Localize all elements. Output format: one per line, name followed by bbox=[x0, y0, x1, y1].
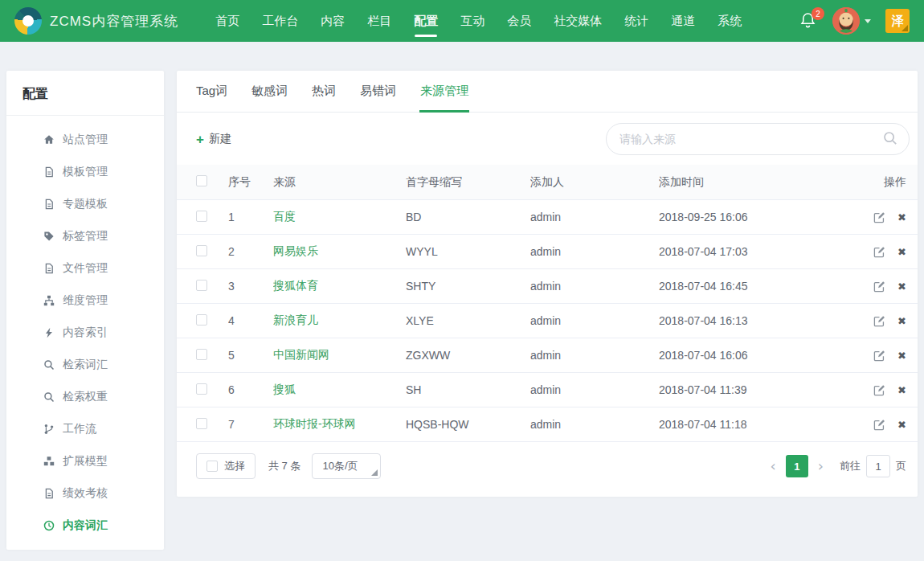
delete-icon[interactable]: ✖ bbox=[897, 419, 906, 431]
avatar bbox=[832, 7, 860, 35]
delete-icon[interactable]: ✖ bbox=[897, 384, 906, 396]
row-checkbox[interactable] bbox=[196, 383, 207, 395]
sidebar-item[interactable]: 内容索引 bbox=[6, 317, 164, 349]
row-added-by: admin bbox=[530, 314, 659, 327]
footer-select-checkbox[interactable] bbox=[206, 461, 218, 472]
row-added-by: admin bbox=[530, 383, 659, 396]
table-row: 2 网易娱乐 WYYL admin 2018-07-04 17:03 ✖ bbox=[177, 235, 918, 269]
sidebar-item[interactable]: 检索词汇 bbox=[6, 349, 164, 381]
search-input[interactable] bbox=[606, 123, 910, 155]
nav-item[interactable]: 内容 bbox=[321, 0, 345, 42]
nav-item[interactable]: 会员 bbox=[507, 0, 531, 42]
branch-icon bbox=[43, 423, 55, 436]
source-link[interactable]: 百度 bbox=[273, 210, 296, 223]
edit-icon[interactable] bbox=[873, 280, 885, 293]
source-link[interactable]: 网易娱乐 bbox=[273, 244, 318, 257]
chevron-down-icon bbox=[865, 19, 871, 23]
source-link[interactable]: 新浪育儿 bbox=[273, 313, 318, 326]
row-added-time: 2018-07-04 16:06 bbox=[659, 349, 839, 362]
row-checkbox[interactable] bbox=[196, 349, 207, 360]
sidebar-item[interactable]: 检索权重 bbox=[6, 381, 164, 413]
sidebar-item[interactable]: 站点管理 bbox=[6, 124, 164, 156]
file-icon bbox=[43, 487, 55, 500]
nav-item[interactable]: 统计 bbox=[624, 0, 648, 42]
tab[interactable]: 热词 bbox=[312, 71, 336, 112]
source-link[interactable]: 搜狐 bbox=[273, 383, 296, 395]
delete-icon[interactable]: ✖ bbox=[897, 246, 906, 258]
nav-item[interactable]: 首页 bbox=[215, 0, 239, 42]
table-row: 4 新浪育儿 XLYE admin 2018-07-04 16:13 ✖ bbox=[177, 304, 918, 338]
sidebar-item[interactable]: 专题模板 bbox=[6, 188, 164, 220]
notification-badge: 2 bbox=[812, 7, 824, 20]
search-icon[interactable] bbox=[882, 130, 898, 146]
edit-icon[interactable] bbox=[873, 350, 885, 362]
row-added-time: 2018-07-04 16:13 bbox=[659, 314, 839, 327]
tab[interactable]: Tag词 bbox=[196, 71, 227, 112]
select-button[interactable]: 选择 bbox=[196, 453, 256, 479]
user-menu[interactable] bbox=[832, 7, 871, 35]
sidebar-item[interactable]: 绩效考核 bbox=[6, 477, 164, 510]
edit-icon[interactable] bbox=[873, 419, 885, 431]
new-button[interactable]: + 新建 bbox=[196, 132, 231, 146]
sidebar-item[interactable]: 文件管理 bbox=[6, 252, 164, 285]
tab[interactable]: 易错词 bbox=[360, 71, 396, 112]
search-box bbox=[606, 123, 910, 155]
delete-icon[interactable]: ✖ bbox=[897, 350, 906, 362]
sidebar-item[interactable]: 工作流 bbox=[6, 413, 164, 445]
row-abbr: WYYL bbox=[406, 245, 530, 258]
bolt-icon bbox=[43, 326, 55, 339]
edit-icon[interactable] bbox=[873, 315, 885, 327]
edit-icon[interactable] bbox=[873, 211, 885, 223]
tab[interactable]: 来源管理 bbox=[420, 71, 468, 112]
nav-item[interactable]: 通道 bbox=[671, 0, 695, 42]
row-checkbox[interactable] bbox=[196, 211, 207, 222]
nav-item[interactable]: 配置 bbox=[414, 0, 438, 42]
sidebar-item[interactable]: 标签管理 bbox=[6, 220, 164, 252]
edit-icon[interactable] bbox=[873, 384, 885, 396]
sidebar-item[interactable]: 内容词汇 bbox=[6, 510, 164, 542]
chevron-left-icon[interactable]: ‹ bbox=[771, 459, 776, 473]
nav-item[interactable]: 社交媒体 bbox=[554, 0, 602, 42]
bell-icon bbox=[799, 19, 817, 33]
table-row: 7 环球时报-环球网 HQSB-HQW admin 2018-07-04 11:… bbox=[177, 407, 918, 442]
main-nav: 首页 工作台 内容 栏目 配置 互动 会员 社交媒体 统计 通道 系统 bbox=[215, 0, 742, 42]
row-checkbox[interactable] bbox=[196, 418, 207, 429]
page-size-select[interactable]: 10条/页 bbox=[312, 453, 381, 479]
tab[interactable]: 敏感词 bbox=[251, 71, 288, 112]
edit-icon[interactable] bbox=[873, 246, 885, 258]
row-abbr: SHTY bbox=[406, 280, 530, 293]
delete-icon[interactable]: ✖ bbox=[897, 280, 906, 293]
user-badge[interactable]: 泽 bbox=[885, 9, 910, 33]
notifications-button[interactable]: 2 bbox=[799, 10, 818, 31]
nav-item[interactable]: 栏目 bbox=[367, 0, 391, 42]
nav-item[interactable]: 互动 bbox=[460, 0, 484, 42]
row-checkbox[interactable] bbox=[196, 245, 207, 256]
page-button-current[interactable]: 1 bbox=[786, 455, 808, 477]
row-checkbox[interactable] bbox=[196, 314, 207, 326]
sidebar-item[interactable]: 扩展模型 bbox=[6, 445, 164, 477]
row-added-time: 2018-07-04 11:39 bbox=[659, 383, 839, 396]
source-link[interactable]: 中国新闻网 bbox=[273, 348, 329, 361]
file-icon bbox=[43, 166, 55, 178]
delete-icon[interactable]: ✖ bbox=[897, 315, 906, 327]
plus-icon: + bbox=[196, 133, 204, 146]
row-added-time: 2018-07-04 11:18 bbox=[659, 418, 839, 431]
source-link[interactable]: 搜狐体育 bbox=[273, 279, 318, 292]
table-row: 6 搜狐 SH admin 2018-07-04 11:39 ✖ bbox=[177, 373, 918, 407]
clock-icon bbox=[43, 519, 55, 532]
row-checkbox[interactable] bbox=[196, 280, 207, 291]
table-row: 5 中国新闻网 ZGXWW admin 2018-07-04 16:06 ✖ bbox=[177, 338, 918, 373]
delete-icon[interactable]: ✖ bbox=[897, 211, 906, 223]
sidebar-item[interactable]: 模板管理 bbox=[6, 156, 164, 188]
source-link[interactable]: 环球时报-环球网 bbox=[273, 417, 356, 430]
table-body: 1 百度 BD admin 2018-09-25 16:06 ✖ 2 bbox=[177, 200, 918, 442]
goto-page-input[interactable] bbox=[866, 455, 890, 477]
sidebar-item[interactable]: 维度管理 bbox=[6, 285, 164, 317]
goto-label: 前往 bbox=[840, 459, 861, 473]
select-all-checkbox[interactable] bbox=[196, 175, 207, 186]
nav-item[interactable]: 工作台 bbox=[262, 0, 298, 42]
cubes-icon bbox=[43, 455, 55, 468]
chevron-right-icon[interactable]: › bbox=[818, 459, 824, 473]
nav-item[interactable]: 系统 bbox=[718, 0, 742, 42]
search-icon bbox=[43, 391, 55, 403]
